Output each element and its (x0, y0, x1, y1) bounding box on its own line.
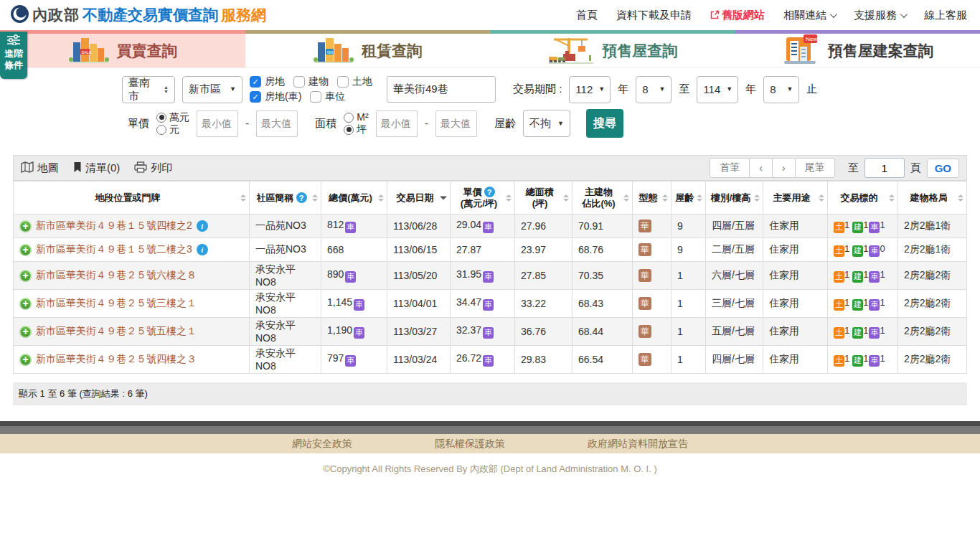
expand-icon[interactable]: + (19, 354, 32, 366)
from-year-select[interactable]: 112▼ (569, 76, 611, 103)
checkbox-2[interactable]: 土地 (337, 75, 372, 88)
sort-icon[interactable] (312, 194, 318, 202)
address-link[interactable]: 新市區華美街４９巷１５號四樓之2 (36, 220, 192, 232)
keyword-input[interactable] (387, 76, 496, 103)
site-brand[interactable]: 內政部 不動產交易實價查詢 服務網 (10, 4, 266, 27)
col-header-4[interactable]: 單價?(萬元/坪) (451, 182, 515, 215)
col-header-5[interactable]: 總面積(坪) (515, 182, 573, 215)
nav-download[interactable]: 資料下載及申請 (616, 9, 692, 22)
last-page-button[interactable]: 尾筆 (795, 158, 835, 178)
radio-unselected[interactable] (344, 113, 354, 123)
sort-icon[interactable] (958, 194, 963, 202)
unit-price-option-0[interactable]: 萬元 (156, 112, 189, 123)
search-button[interactable]: 搜尋 (586, 109, 623, 138)
sort-icon[interactable] (662, 194, 668, 202)
nav-old-site[interactable]: 舊版網站 (710, 9, 765, 22)
address-link[interactable]: 新市區華美街４９巷１５號二樓之3 (36, 243, 192, 256)
unit-price-option-1[interactable]: 元 (156, 124, 189, 135)
nav-home[interactable]: 首頁 (576, 9, 598, 22)
checkbox-0[interactable]: ✓房地 (250, 75, 285, 88)
table-row[interactable]: +新市區華美街４９巷１５號二樓之3i一品苑NO3668113/06/1527.8… (14, 238, 967, 262)
col-header-2[interactable]: 總價(萬元) (321, 182, 387, 215)
to-month-select[interactable]: 8▼ (763, 76, 799, 103)
checkbox-checked[interactable]: ✓ (250, 91, 261, 103)
area-option-1[interactable]: 坪 (344, 124, 368, 135)
sort-icon[interactable] (506, 194, 512, 202)
checkbox-checked[interactable]: ✓ (250, 76, 261, 88)
col-header-0[interactable]: 地段位置或門牌 (14, 182, 250, 215)
tab-presale-query[interactable]: 預售屋查詢 (490, 30, 735, 68)
help-icon[interactable]: ? (484, 187, 495, 197)
col-header-11[interactable]: 交易標的 (828, 182, 898, 215)
area-min-input[interactable] (376, 110, 418, 137)
col-header-12[interactable]: 建物格局 (898, 182, 967, 215)
address-link[interactable]: 新市區華美街４９巷２５號五樓之１ (36, 325, 197, 338)
col-header-6[interactable]: 主建物佔比(%) (573, 182, 633, 215)
col-header-9[interactable]: 樓別/樓高 (706, 182, 763, 215)
sort-icon[interactable] (754, 194, 760, 202)
to-year-select[interactable]: 114▼ (697, 76, 738, 103)
expand-icon[interactable]: + (19, 326, 32, 338)
address-link[interactable]: 新市區華美街４９巷２５號三樓之１ (36, 297, 197, 310)
footer-link-privacy[interactable]: 隱私權保護政策 (435, 438, 505, 451)
col-header-1[interactable]: 社區簡稱? (250, 182, 321, 215)
nav-related-links[interactable]: 相關連結 (783, 9, 835, 22)
from-month-select[interactable]: 8▼ (636, 76, 672, 103)
expand-icon[interactable]: + (19, 298, 32, 310)
checkbox-unchecked[interactable] (310, 91, 321, 103)
tab-sale-query[interactable]: SALE 買賣查詢 (0, 30, 245, 68)
page-number-input[interactable] (864, 158, 905, 178)
expand-icon[interactable]: + (19, 244, 32, 256)
checkbox-3[interactable]: ✓房地(車) (250, 90, 301, 103)
unit-price-max-input[interactable] (256, 110, 298, 137)
sort-icon[interactable] (697, 194, 702, 202)
col-header-10[interactable]: 主要用途 (763, 182, 828, 215)
district-select[interactable]: 新市區 ▼ (182, 76, 242, 103)
radio-selected[interactable] (156, 113, 166, 123)
tab-rent-query[interactable]: NN 租賃查詢 (245, 30, 491, 68)
info-icon[interactable]: i (197, 220, 208, 232)
checkbox-unchecked[interactable] (337, 76, 349, 88)
print-button[interactable]: 列印 (134, 161, 172, 175)
footer-link-opendata[interactable]: 政府網站資料開放宣告 (588, 438, 688, 451)
go-button[interactable]: GO (927, 159, 959, 178)
col-header-8[interactable]: 屋齡 (672, 182, 706, 215)
advanced-filter-tab[interactable]: 進階 條件 (0, 32, 27, 79)
radio-selected[interactable] (344, 125, 354, 135)
help-icon[interactable]: ? (296, 192, 307, 203)
sort-icon[interactable] (623, 194, 629, 202)
sort-icon[interactable] (440, 196, 447, 199)
table-row[interactable]: +新市區華美街４９巷２５號三樓之１承安永平NO81,145車113/04/013… (14, 290, 967, 318)
nav-support[interactable]: 支援服務 (854, 9, 905, 22)
unit-price-min-input[interactable] (197, 110, 238, 137)
list-button[interactable]: 清單(0) (73, 161, 120, 175)
col-header-3[interactable]: 交易日期 (387, 182, 451, 215)
table-row[interactable]: +新市區華美街４９巷１５號四樓之2i一品苑NO3812車113/06/2829.… (14, 215, 967, 238)
radio-unselected[interactable] (156, 125, 166, 135)
prev-page-button[interactable]: ‹ (749, 158, 773, 178)
age-select[interactable]: 不拘▼ (523, 110, 570, 137)
expand-icon[interactable]: + (19, 220, 32, 232)
sort-icon[interactable] (819, 194, 824, 202)
table-row[interactable]: +新市區華美街４９巷２５號四樓之３承安永平NO8797車113/03/2426.… (14, 346, 967, 374)
checkbox-unchecked[interactable] (293, 76, 305, 88)
sort-icon[interactable] (240, 194, 246, 202)
checkbox-4[interactable]: 車位 (310, 90, 345, 103)
table-row[interactable]: +新市區華美街４９巷２５號五樓之１承安永平NO81,190車113/03/273… (14, 318, 967, 346)
col-header-7[interactable]: 型態 (633, 182, 672, 215)
sort-icon[interactable] (378, 194, 384, 202)
city-select[interactable]: 臺南市 ▲▼ (122, 76, 175, 103)
map-view-button[interactable]: 地圖 (21, 161, 59, 175)
address-link[interactable]: 新市區華美街４９巷２５號六樓之８ (36, 269, 197, 282)
first-page-button[interactable]: 首筆 (710, 158, 750, 178)
footer-link-security[interactable]: 網站安全政策 (292, 438, 352, 451)
tab-presale-project-query[interactable]: New 預售屋建案查詢 (735, 30, 980, 68)
area-max-input[interactable] (435, 110, 477, 137)
info-icon[interactable]: i (197, 244, 208, 255)
checkbox-1[interactable]: 建物 (293, 75, 329, 88)
sort-icon[interactable] (889, 194, 895, 202)
address-link[interactable]: 新市區華美街４９巷２５號四樓之３ (36, 353, 197, 366)
sort-icon[interactable] (563, 194, 569, 202)
nav-online-service[interactable]: 線上客服 (924, 9, 967, 22)
next-page-button[interactable]: › (772, 158, 796, 178)
